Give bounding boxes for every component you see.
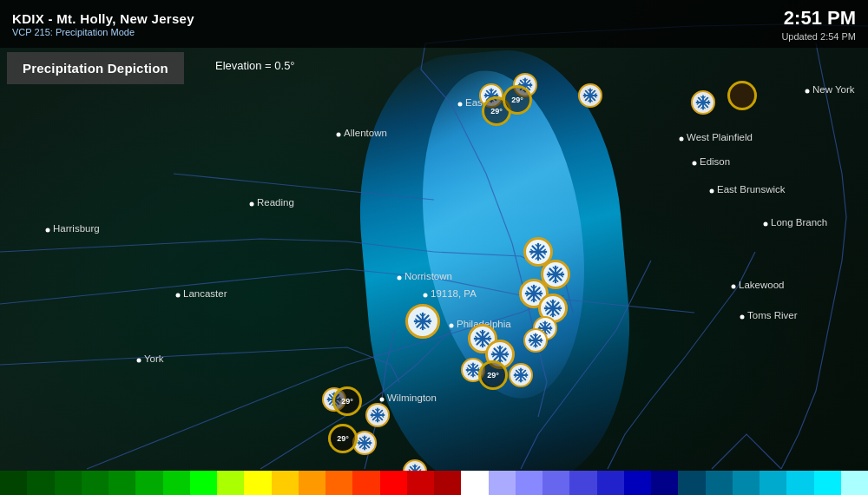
legend-segment [542,471,569,495]
snow-icon[interactable] [691,90,715,115]
city-dot [337,133,341,137]
city-dot [398,276,402,280]
snow-icon[interactable] [578,83,602,108]
legend-segment [326,471,352,495]
city-dot [458,102,463,107]
legend-segment [597,471,624,495]
legend-segment [0,471,27,495]
city-dot [46,228,50,233]
legend-segment [163,471,190,495]
city-dot [710,189,714,194]
legend-segment [272,471,299,495]
legend-segment [651,471,678,495]
legend-segment [135,471,162,495]
elevation-label: Elevation = 0.5° [215,59,295,72]
station-title: KDIX - Mt. Holly, New Jersey [12,11,856,26]
legend-segment [841,471,868,495]
snow-icon[interactable] [365,403,390,427]
city-dot [380,398,385,402]
legend-segment [190,471,217,495]
legend-segment [489,471,516,495]
temp-circle[interactable]: 29° [332,386,362,416]
legend-segment [461,471,488,495]
legend-segment [569,471,596,495]
legend-segment [624,471,651,495]
temp-circle[interactable]: 29° [328,424,358,453]
time-display: 2:51 PM Updated 2:54 PM [781,7,856,42]
legend-segment [108,471,135,495]
legend-segment [352,471,379,495]
city-dot [176,294,181,298]
legend-segment [678,471,705,495]
snow-icon[interactable] [523,328,548,353]
updated-time: Updated 2:54 PM [781,31,856,42]
legend-segment [733,471,760,495]
city-dot [693,162,697,166]
legend-segment [82,471,108,495]
city-dot [450,324,454,328]
snow-icon[interactable] [405,304,440,339]
city-dot [137,359,141,363]
precip-depiction-button[interactable]: Precipitation Depiction [7,52,184,84]
temp-ring[interactable] [727,81,757,110]
city-dot [680,137,684,142]
legend-segment [407,471,434,495]
legend-segment [380,471,407,495]
legend-segment [516,471,542,495]
snow-icon[interactable] [509,363,533,387]
city-dot [732,285,736,289]
legend-segment [786,471,813,495]
legend-segment [27,471,54,495]
temp-circle[interactable]: 29° [478,360,508,390]
legend-segment [760,471,786,495]
legend-segment [814,471,841,495]
current-time: 2:51 PM [781,7,856,30]
legend-segment [217,471,244,495]
legend-segment [706,471,733,495]
city-dot [250,202,254,207]
legend-segment [434,471,461,495]
city-dot [424,294,428,298]
legend-segment [299,471,326,495]
legend-segment [244,471,271,495]
legend-segment [55,471,82,495]
vcp-label: VCP 215: Precipitation Mode [12,27,856,37]
city-dot [740,315,745,320]
city-dot [764,222,768,227]
top-bar: KDIX - Mt. Holly, New Jersey VCP 215: Pr… [0,0,868,48]
legend-bar [0,471,868,495]
city-dot [806,89,810,94]
temp-circle[interactable]: 29° [503,85,532,115]
